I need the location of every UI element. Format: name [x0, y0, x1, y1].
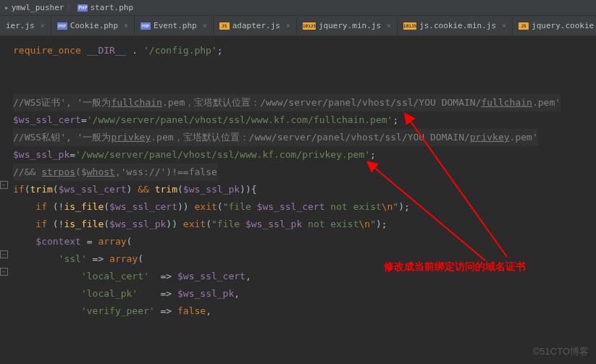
- tab-jquery-cookie[interactable]: JSjquery.cookie.js×: [513, 16, 596, 35]
- code-line: 'verify_peer' => false,: [13, 302, 596, 320]
- js-icon: JS: [519, 22, 529, 30]
- close-icon[interactable]: ×: [387, 22, 391, 30]
- js-icon: 101JS: [303, 22, 316, 30]
- folder-icon: ▸: [4, 3, 9, 12]
- js-icon: 101JS: [403, 22, 416, 30]
- annotation-text: 修改成当前绑定访问的域名证书: [384, 261, 526, 274]
- code-line: //WSS证书', '一般为fullchain.pem，宝塔默认位置：/www/…: [13, 94, 596, 111]
- tab-ier-js[interactable]: ier.js×: [0, 16, 51, 35]
- code-line: if (!is_file($ws_ssl_cert)) exit("file $…: [13, 198, 596, 216]
- close-icon[interactable]: ×: [286, 22, 290, 30]
- close-icon[interactable]: ×: [41, 22, 45, 30]
- code-line-blank: [13, 77, 596, 94]
- code-line: 'local_pk' => $ws_ssl_pk,: [13, 285, 596, 302]
- close-icon[interactable]: ×: [124, 22, 128, 30]
- fold-icon[interactable]: −: [0, 250, 8, 258]
- code-line: $ws_ssl_cert='/www/server/panel/vhost/ss…: [13, 111, 596, 129]
- tab-bar: ier.js× PHPCookie.php× PHPEvent.php× JSa…: [0, 16, 596, 36]
- tab-jquery-min[interactable]: 101JSjquery.min.js×: [297, 16, 398, 35]
- chevron-icon: 〉: [67, 2, 75, 13]
- fold-icon[interactable]: −: [0, 181, 8, 189]
- php-icon: PHP: [57, 22, 67, 30]
- code-line: require_once __DIR__ . '/config.php';: [13, 42, 596, 59]
- code-line: $ws_ssl_pk='/www/server/panel/vhost/ssl/…: [13, 146, 596, 164]
- code-line: if(trim($ws_ssl_cert) && trim($ws_ssl_pk…: [13, 181, 596, 198]
- breadcrumb-folder[interactable]: ymwl_pusher: [12, 3, 64, 12]
- php-icon: PHP: [77, 4, 88, 12]
- tab-jscookie-min[interactable]: 101JSjs.cookie.min.js×: [398, 16, 513, 35]
- code-line: if (!is_file($ws_ssl_pk)) exit("file $ws…: [13, 216, 596, 233]
- breadcrumb: ▸ ymwl_pusher 〉 PHP start.php: [0, 0, 596, 16]
- breadcrumb-file[interactable]: start.php: [90, 3, 133, 12]
- code-line: $context = array(: [13, 233, 596, 250]
- code-line-blank: [13, 59, 596, 77]
- code-line: //WSS私钥', '一般为privkey.pem，宝塔默认位置：/www/se…: [13, 129, 596, 146]
- tab-cookie-php[interactable]: PHPCookie.php×: [51, 16, 135, 35]
- close-icon[interactable]: ×: [203, 22, 207, 30]
- watermark: ©51CTO博客: [533, 345, 589, 358]
- tab-adapter-js[interactable]: JSadapter.js×: [214, 16, 297, 35]
- code-editor[interactable]: require_once __DIR__ . '/config.php'; //…: [0, 36, 596, 320]
- code-line: //&& strpos($whost,'wss://')!==false: [13, 164, 596, 181]
- js-icon: JS: [219, 22, 230, 30]
- fold-icon[interactable]: −: [0, 268, 8, 276]
- close-icon[interactable]: ×: [502, 22, 506, 30]
- tab-event-php[interactable]: PHPEvent.php×: [135, 16, 214, 35]
- php-icon: PHP: [140, 22, 151, 30]
